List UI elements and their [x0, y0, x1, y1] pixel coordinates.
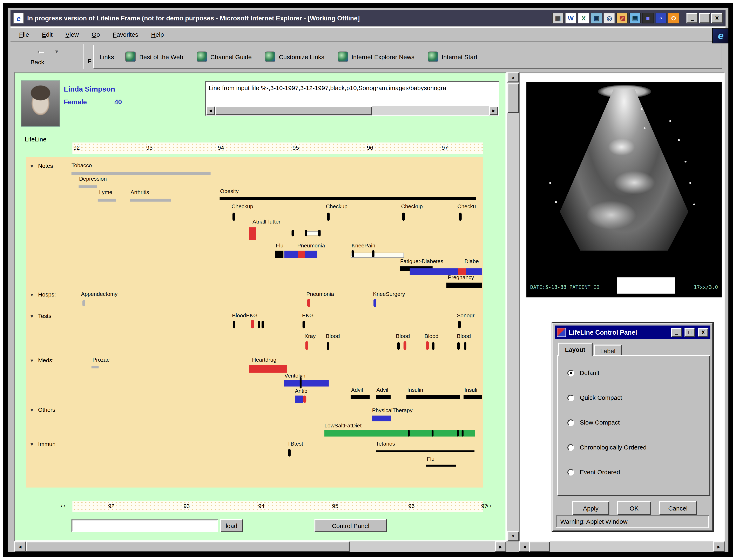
scrollbar-thumb[interactable]: [529, 541, 550, 552]
event-bar[interactable]: [376, 395, 391, 399]
timeline-canvas[interactable]: ▼Notes▼Hosps:▼Tests▼Meds:▼Others▼ImmunTo…: [26, 157, 483, 487]
event-label[interactable]: Ventolyn: [285, 373, 306, 379]
event-label[interactable]: Antib: [295, 388, 308, 394]
scroll-right-icon[interactable]: ▶: [495, 541, 506, 552]
link-channel-guide[interactable]: Channel Guide: [197, 52, 252, 62]
collapse-triangle-icon[interactable]: ▼: [29, 313, 34, 319]
radio-button[interactable]: [567, 469, 574, 475]
event-bar[interactable]: [318, 230, 321, 236]
links-label[interactable]: Links: [100, 53, 114, 60]
scroll-up-icon[interactable]: ▲: [507, 72, 519, 82]
event-label[interactable]: Arthritis: [131, 189, 149, 195]
event-bar[interactable]: [305, 251, 317, 258]
radio-option-event-ordered[interactable]: Event Ordered: [567, 468, 620, 476]
paint-icon[interactable]: ▨: [616, 13, 628, 23]
event-bar[interactable]: [466, 268, 482, 275]
event-label[interactable]: Checkup: [232, 204, 253, 209]
event-bar[interactable]: [408, 430, 410, 436]
event-bar[interactable]: [325, 430, 475, 436]
restore-button[interactable]: □: [699, 13, 710, 23]
apply-button[interactable]: Apply: [572, 501, 609, 515]
event-bar[interactable]: [432, 342, 434, 350]
event-label[interactable]: Checku: [457, 204, 476, 209]
event-bar[interactable]: [352, 250, 354, 257]
event-bar[interactable]: [92, 366, 99, 368]
event-label[interactable]: AtrialFlutter: [253, 219, 281, 225]
event-bar[interactable]: [397, 342, 400, 350]
event-bar[interactable]: [327, 342, 330, 350]
tiles-icon[interactable]: ▦: [552, 13, 563, 23]
event-bar[interactable]: [457, 342, 460, 350]
link-internet-explorer-news[interactable]: Internet Explorer News: [338, 52, 414, 62]
event-bar[interactable]: [372, 416, 391, 421]
tab-layout[interactable]: Layout: [558, 343, 592, 356]
event-label[interactable]: Tobacco: [72, 162, 92, 168]
event-label[interactable]: Appendectomy: [81, 291, 118, 297]
vertical-scrollbar[interactable]: ▲ ▼: [506, 72, 519, 541]
pan-left-icon[interactable]: ↔: [59, 500, 67, 510]
event-bar[interactable]: [327, 213, 330, 221]
event-bar[interactable]: [130, 199, 171, 202]
titlebar[interactable]: e In progress version of Lifeline Frame …: [11, 10, 725, 26]
event-bar[interactable]: [79, 185, 97, 188]
event-label[interactable]: Sonogr: [457, 313, 475, 318]
event-label[interactable]: Depression: [79, 176, 107, 182]
horizontal-scrollbar-left-frame[interactable]: ◀ ▶: [14, 541, 506, 552]
event-label[interactable]: LowSaltFatDiet: [325, 423, 362, 428]
event-bar[interactable]: [295, 395, 303, 403]
event-bar[interactable]: [303, 395, 306, 403]
event-label[interactable]: Blood: [326, 333, 340, 339]
event-bar[interactable]: [402, 213, 405, 221]
event-bar[interactable]: [292, 230, 294, 236]
category-hosps[interactable]: ▼Hosps:: [29, 291, 56, 298]
link-internet-start[interactable]: Internet Start: [428, 52, 477, 62]
display-icon[interactable]: ■: [642, 13, 654, 23]
event-label[interactable]: Advil: [376, 387, 388, 393]
radio-button[interactable]: [567, 444, 574, 451]
message-scrollbar[interactable]: ◀ ▶: [206, 106, 498, 115]
event-bar[interactable]: [233, 213, 235, 221]
radio-option-slow-compact[interactable]: Slow Compact: [567, 419, 620, 426]
message-field[interactable]: Line from input file %-,3-10-1997,3-12-1…: [205, 81, 499, 116]
event-bar[interactable]: [410, 268, 458, 275]
cancel-button[interactable]: Cancel: [659, 501, 697, 515]
category-notes[interactable]: ▼Notes: [29, 162, 53, 169]
word-icon[interactable]: W: [565, 13, 576, 23]
event-bar[interactable]: [98, 199, 116, 202]
event-bar[interactable]: [275, 251, 284, 258]
radio-button[interactable]: [567, 419, 574, 426]
excel-icon[interactable]: X: [578, 13, 589, 23]
menu-help[interactable]: Help: [151, 31, 164, 38]
scroll-left-icon[interactable]: ◀: [206, 106, 215, 115]
tab-label[interactable]: Label: [594, 345, 622, 356]
radio-button[interactable]: [567, 394, 574, 401]
mail-icon[interactable]: ▣: [591, 13, 602, 23]
outlook-icon[interactable]: O: [668, 13, 679, 23]
scroll-left-icon[interactable]: ◀: [14, 541, 26, 552]
event-bar[interactable]: [258, 321, 260, 328]
scrollbar-thumb[interactable]: [215, 106, 372, 115]
event-bar[interactable]: [351, 395, 369, 399]
event-label[interactable]: BloodEKG: [232, 313, 258, 318]
forward-button[interactable]: F: [88, 58, 91, 65]
link-customize-links[interactable]: Customize Links: [265, 52, 324, 62]
event-bar[interactable]: [284, 380, 329, 386]
collapse-triangle-icon[interactable]: ▼: [29, 442, 34, 447]
scrollbar-thumb[interactable]: [507, 83, 519, 113]
close-button[interactable]: X: [711, 13, 723, 23]
search-icon[interactable]: ◎: [604, 13, 615, 23]
dialog-minimize-button[interactable]: _: [671, 328, 682, 337]
event-bar[interactable]: [288, 449, 291, 456]
event-bar[interactable]: [426, 465, 456, 467]
event-label[interactable]: Tetanos: [376, 441, 395, 447]
event-label[interactable]: PhysicalTherapy: [372, 407, 412, 413]
event-bar[interactable]: [462, 430, 463, 436]
event-label[interactable]: Blood: [457, 333, 471, 339]
event-bar[interactable]: [351, 253, 404, 258]
event-bar[interactable]: [220, 197, 476, 200]
menu-file[interactable]: File: [19, 31, 29, 38]
event-bar[interactable]: [298, 251, 305, 258]
event-label[interactable]: TBtest: [287, 441, 303, 447]
event-bar[interactable]: [307, 299, 310, 307]
back-dropdown-icon[interactable]: ▾: [55, 48, 58, 55]
